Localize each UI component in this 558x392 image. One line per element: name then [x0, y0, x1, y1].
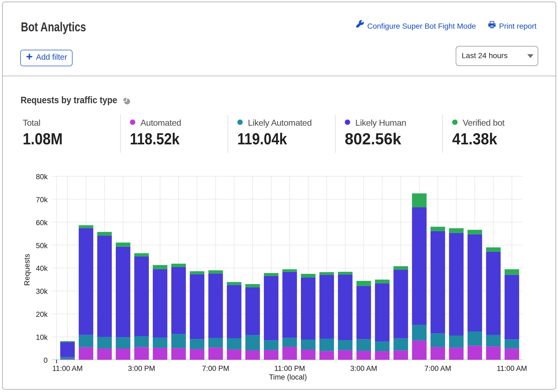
svg-text:11:00 PM: 11:00 PM: [274, 364, 305, 373]
svg-text:80k: 80k: [36, 173, 48, 181]
svg-text:40k: 40k: [36, 264, 48, 273]
svg-text:7:00 PM: 7:00 PM: [202, 364, 229, 373]
svg-text:11:00 AM: 11:00 AM: [497, 364, 527, 373]
svg-text:11:00 AM: 11:00 AM: [52, 364, 83, 373]
svg-text:Requests: Requests: [23, 254, 31, 286]
svg-text:20k: 20k: [36, 310, 48, 318]
svg-text:50k: 50k: [36, 242, 48, 250]
svg-text:60k: 60k: [36, 219, 48, 227]
svg-text:3:00 PM: 3:00 PM: [128, 364, 155, 373]
svg-text:0: 0: [44, 356, 48, 364]
svg-text:10k: 10k: [36, 333, 48, 341]
svg-text:Time (local): Time (local): [269, 373, 307, 381]
svg-text:30k: 30k: [36, 287, 48, 295]
svg-text:7:00 AM: 7:00 AM: [424, 364, 451, 373]
svg-text:3:00 AM: 3:00 AM: [350, 364, 377, 373]
svg-text:70k: 70k: [36, 196, 48, 204]
